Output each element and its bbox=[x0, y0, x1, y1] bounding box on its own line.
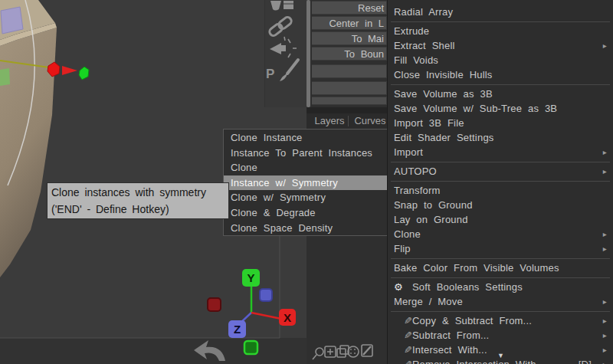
tab-curves[interactable]: Curves bbox=[352, 113, 388, 129]
panel-scrollbar[interactable] bbox=[306, 0, 310, 107]
menu-item-label: Import bbox=[394, 146, 599, 158]
menu-item-label: Instance To Parent Instances bbox=[231, 146, 382, 161]
menu-item-label: Radial Array bbox=[394, 6, 607, 18]
link-icon[interactable] bbox=[268, 16, 293, 38]
slashed-square-icon[interactable] bbox=[362, 345, 372, 356]
submenu-arrow-icon: ▸ bbox=[599, 148, 607, 156]
menu-item-subtract-from[interactable]: ✎Subtract From...▸ bbox=[388, 328, 613, 343]
menu-item-label: Transform bbox=[394, 185, 607, 196]
menu-item-soft-booleans-settings[interactable]: ⚙Soft Booleans Settings bbox=[388, 280, 613, 294]
menu-item-label: Lay on Ground bbox=[394, 214, 607, 225]
menu-item-label: Fill Voids bbox=[394, 54, 607, 66]
button-to-boun[interactable]: To Boun bbox=[312, 47, 387, 61]
menu-item-label: Clone Instance bbox=[231, 130, 382, 146]
button-blank-5[interactable] bbox=[312, 81, 387, 95]
menu-item-label: Clone bbox=[231, 160, 382, 175]
menu-item-label: Snap to Ground bbox=[394, 199, 607, 211]
menu-item-clone[interactable]: Clone▸ bbox=[388, 227, 613, 241]
menu-item-save-volume-as-3b[interactable]: Save Volume as 3B bbox=[388, 87, 613, 101]
menu-item-flip[interactable]: Flip▸ bbox=[388, 241, 613, 256]
ghost-view-icon[interactable] bbox=[270, 37, 297, 57]
menu-item-transform[interactable]: Transform bbox=[388, 183, 613, 198]
menu-item-snap-to-ground[interactable]: Snap to Ground bbox=[388, 198, 613, 212]
menu-item-instance-to-parent-instances[interactable]: Instance To Parent Instances bbox=[224, 146, 388, 161]
paint-icon[interactable]: P bbox=[266, 60, 298, 81]
menu-item-label: Remove Intersection With bbox=[412, 359, 579, 364]
gizmo-red-square[interactable] bbox=[208, 298, 221, 311]
menu-item-label: Close Invisible Hulls bbox=[394, 69, 607, 80]
svg-text:P: P bbox=[266, 67, 274, 81]
menu-item-label: Clone w/ Symmetry bbox=[231, 190, 382, 205]
dotted-sphere-icon[interactable] bbox=[348, 346, 359, 357]
menu-item-edit-shader-settings[interactable]: Edit Shader Settings bbox=[388, 130, 613, 145]
menu-item-clone-instance[interactable]: Clone Instance bbox=[224, 130, 388, 146]
tab-layers[interactable]: Layers bbox=[311, 113, 348, 129]
side-toolbar: P bbox=[264, 0, 307, 107]
menu-item-label: Copy & Subtract From... bbox=[412, 315, 599, 326]
menu-item-clone-space-density[interactable]: Clone Space Density bbox=[224, 221, 388, 236]
gizmo-green-square[interactable] bbox=[244, 341, 257, 354]
menu-separator bbox=[388, 256, 613, 261]
menu-item-clone[interactable]: Clone bbox=[224, 160, 388, 175]
volume-context-menu: ▼ Radial ArrayExtrudeExtract Shell▸Fill … bbox=[387, 0, 613, 364]
menu-item-save-volume-w-sub-tree-as-3b[interactable]: Save Volume w/ Sub-Tree as 3B bbox=[388, 101, 613, 116]
submenu-arrow-icon: ▸ bbox=[599, 41, 607, 50]
menu-item-close-invisible-hulls[interactable]: Close Invisible Hulls bbox=[388, 67, 613, 82]
menu-separator bbox=[388, 82, 613, 87]
button-blank-4[interactable] bbox=[312, 64, 387, 78]
gizmo-z-label: Z bbox=[234, 323, 241, 336]
menu-separator bbox=[388, 19, 613, 24]
submenu-arrow-icon: ▸ bbox=[599, 230, 607, 238]
menu-item-label: Import 3B File bbox=[394, 117, 607, 129]
menu-item-merge-move[interactable]: Merge / Move▸ bbox=[388, 294, 613, 309]
menu-item-import[interactable]: Import▸ bbox=[388, 145, 613, 159]
menu-item-label: Extrude bbox=[394, 25, 607, 37]
expand-frame-icon[interactable] bbox=[325, 346, 336, 357]
submenu-arrow-icon: ▸ bbox=[599, 331, 607, 339]
menu-item-extrude[interactable]: Extrude bbox=[388, 24, 613, 38]
menu-separator bbox=[388, 179, 613, 183]
menu-item-import-3b-file[interactable]: Import 3B File bbox=[388, 116, 613, 130]
menu-item-label: Flip bbox=[394, 243, 599, 254]
menu-item-label: Clone & Degrade bbox=[231, 205, 382, 221]
menu-item-label: Clone Space Density bbox=[231, 221, 382, 236]
menu-item-label: Instance w/ Symmetry bbox=[231, 175, 382, 191]
menu-item-label: Subtract From... bbox=[412, 330, 599, 341]
green-handle-cube[interactable] bbox=[79, 67, 89, 80]
submenu-arrow-icon: ▸ bbox=[599, 167, 607, 175]
menu-item-clone-w-symmetry[interactable]: Clone w/ Symmetry bbox=[224, 190, 388, 205]
button-blank-6[interactable] bbox=[312, 97, 387, 105]
menu-item-bake-color-from-visible-volumes[interactable]: Bake Color From Visible Volumes bbox=[388, 261, 613, 275]
magnifier-icon[interactable] bbox=[313, 348, 323, 359]
submenu-arrow-icon: ▸ bbox=[599, 316, 607, 325]
gizmo-x-line bbox=[251, 313, 281, 319]
menu-item-label: Extract Shell bbox=[394, 40, 599, 51]
button-reset[interactable]: Reset bbox=[312, 1, 387, 15]
menu-item-extract-shell[interactable]: Extract Shell▸ bbox=[388, 38, 613, 53]
gizmo-blue-square[interactable] bbox=[260, 289, 272, 301]
menu-separator bbox=[388, 159, 613, 164]
button-center-in-l[interactable]: Center in L bbox=[312, 16, 387, 30]
menu-item-autopo[interactable]: AUTOPO▸ bbox=[388, 164, 613, 179]
menu-item-label: Soft Booleans Settings bbox=[412, 281, 607, 293]
menu-item-label: Clone bbox=[394, 228, 599, 240]
menu-item-radial-array[interactable]: Radial Array bbox=[388, 5, 613, 19]
viewport-bottom-toolbar bbox=[310, 342, 387, 364]
menu-item-clone-degrade[interactable]: Clone & Degrade bbox=[224, 205, 388, 221]
menu-item-lay-on-ground[interactable]: Lay on Ground bbox=[388, 212, 613, 227]
sculpt-object-box[interactable] bbox=[0, 0, 57, 277]
bottom-strip bbox=[0, 338, 306, 364]
menu-item-label: Save Volume as 3B bbox=[394, 88, 607, 100]
gizmo-y-label: Y bbox=[247, 271, 254, 284]
red-arrow-cone[interactable] bbox=[62, 66, 77, 75]
menu-scroll-down-icon[interactable]: ▼ bbox=[497, 352, 504, 359]
button-to-mai[interactable]: To Mai bbox=[312, 31, 387, 45]
menu-item-instance-w-symmetry[interactable]: Instance w/ Symmetry bbox=[224, 175, 388, 191]
menu-item-copy-subtract-from[interactable]: ✎Copy & Subtract From...▸ bbox=[388, 313, 613, 328]
primitives-icon[interactable] bbox=[270, 1, 293, 11]
duplicate-icon[interactable] bbox=[337, 346, 349, 357]
menu-separator bbox=[388, 309, 613, 313]
menu-item-fill-voids[interactable]: Fill Voids bbox=[388, 53, 613, 67]
purple-face-decal bbox=[1, 7, 23, 34]
tooltip-line1: Clone instances with symmetry bbox=[51, 184, 225, 201]
